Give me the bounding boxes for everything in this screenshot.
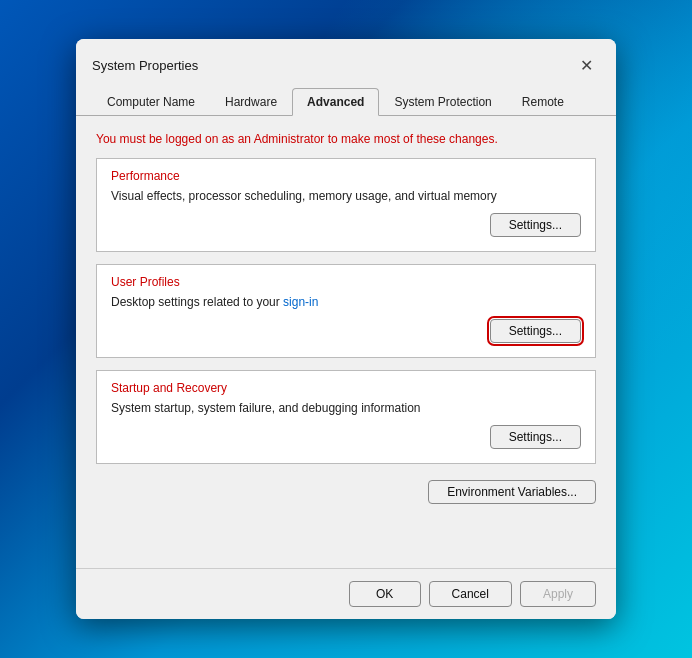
tab-computer-name[interactable]: Computer Name bbox=[92, 88, 210, 116]
dialog-title: System Properties bbox=[92, 58, 198, 73]
admin-notice: You must be logged on as an Administrato… bbox=[96, 132, 596, 146]
close-button[interactable]: ✕ bbox=[572, 51, 600, 79]
tab-remote[interactable]: Remote bbox=[507, 88, 579, 116]
sign-in-link: sign-in bbox=[283, 295, 318, 309]
startup-recovery-settings-button[interactable]: Settings... bbox=[490, 425, 581, 449]
user-profiles-label: User Profiles bbox=[111, 275, 581, 289]
user-profiles-section: User Profiles Desktop settings related t… bbox=[96, 264, 596, 358]
tab-hardware[interactable]: Hardware bbox=[210, 88, 292, 116]
performance-settings-button[interactable]: Settings... bbox=[490, 213, 581, 237]
ok-button[interactable]: OK bbox=[349, 581, 421, 607]
startup-recovery-btn-row: Settings... bbox=[111, 425, 581, 449]
performance-btn-row: Settings... bbox=[111, 213, 581, 237]
system-properties-dialog: System Properties ✕ Computer Name Hardwa… bbox=[76, 39, 616, 619]
user-profiles-settings-button[interactable]: Settings... bbox=[490, 319, 581, 343]
footer: OK Cancel Apply bbox=[76, 568, 616, 619]
environment-variables-button[interactable]: Environment Variables... bbox=[428, 480, 596, 504]
tabs-container: Computer Name Hardware Advanced System P… bbox=[76, 79, 616, 116]
env-variables-row: Environment Variables... bbox=[96, 480, 596, 504]
user-profiles-description: Desktop settings related to your sign-in bbox=[111, 295, 581, 309]
performance-label: Performance bbox=[111, 169, 581, 183]
startup-recovery-description: System startup, system failure, and debu… bbox=[111, 401, 581, 415]
startup-recovery-section: Startup and Recovery System startup, sys… bbox=[96, 370, 596, 464]
tab-system-protection[interactable]: System Protection bbox=[379, 88, 506, 116]
user-profiles-btn-row: Settings... bbox=[111, 319, 581, 343]
cancel-button[interactable]: Cancel bbox=[429, 581, 512, 607]
apply-button[interactable]: Apply bbox=[520, 581, 596, 607]
performance-description: Visual effects, processor scheduling, me… bbox=[111, 189, 581, 203]
performance-section: Performance Visual effects, processor sc… bbox=[96, 158, 596, 252]
content-area: You must be logged on as an Administrato… bbox=[76, 116, 616, 568]
title-bar: System Properties ✕ bbox=[76, 39, 616, 79]
tab-advanced[interactable]: Advanced bbox=[292, 88, 379, 116]
startup-recovery-label: Startup and Recovery bbox=[111, 381, 581, 395]
